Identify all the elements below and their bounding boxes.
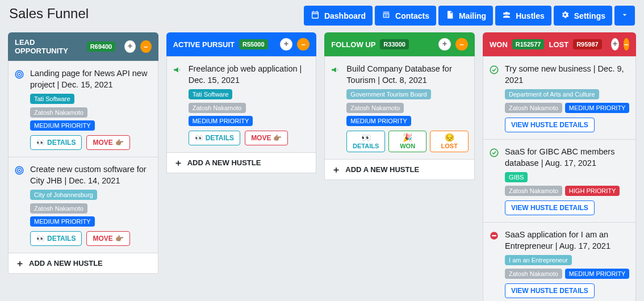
owner-tag: Zatosh Nakamoto <box>346 103 404 113</box>
owner-tag: Zatosh Nakamoto <box>30 203 87 214</box>
move-button[interactable]: MOVE👉🏽 <box>86 135 129 150</box>
card-title: Create new custom software for City JHB … <box>30 164 152 186</box>
priority-tag: MEDIUM PRIORITY <box>565 103 630 113</box>
details-label: DETAILS <box>47 139 76 147</box>
party-icon: 🎉 <box>403 133 412 141</box>
column-lost-title: LOST <box>549 40 568 49</box>
nav-contacts-label: Contacts <box>395 11 429 20</box>
priority-tag: MEDIUM PRIORITY <box>346 116 411 126</box>
card-title: Freelance job web application | Dec. 15,… <box>189 64 311 86</box>
check-circle-icon <box>489 148 499 215</box>
move-label: MOVE <box>93 235 112 243</box>
column-lead-amount: R69400 <box>87 41 116 52</box>
view-details-button[interactable]: VIEW HUSTLE DETAILS <box>505 283 595 298</box>
column-follow-drag-handle[interactable] <box>438 38 451 51</box>
move-label: MOVE <box>251 134 271 142</box>
column-follow-header: FOLLOW UP R33000 − <box>324 32 475 56</box>
add-hustle-label: ADD A NEW HUSTLE <box>187 158 261 167</box>
bullhorn-icon <box>173 65 183 145</box>
column-lead-drag-handle[interactable] <box>124 40 136 53</box>
column-follow: FOLLOW UP R33000 − Build Company Databas… <box>324 32 475 301</box>
column-won-collapse[interactable]: − <box>624 38 629 51</box>
eyes-icon: 👀 <box>36 139 45 147</box>
move-button[interactable]: MOVE👉🏽 <box>86 231 129 246</box>
move-button[interactable]: MOVE👉🏽 <box>245 131 288 145</box>
view-details-label: VIEW HUSTLE DETAILS <box>511 121 588 129</box>
calendar-icon <box>311 10 320 21</box>
column-follow-title: FOLLOW UP <box>331 40 375 49</box>
target-icon <box>14 165 24 246</box>
card-title: Landing page for News API new project | … <box>30 68 152 90</box>
nav-mailing-label: Mailing <box>459 11 486 20</box>
lost-card: SaaS application for I am an Entrepreneu… <box>483 223 636 301</box>
point-right-icon: 👉🏽 <box>115 235 124 243</box>
add-hustle-label: ADD A NEW HUSTLE <box>345 165 419 174</box>
nav-settings-label: Settings <box>574 11 605 20</box>
column-won-lost: WON R152577 LOST R95987 − Try some new b… <box>483 32 636 301</box>
nav-contacts[interactable]: Contacts <box>375 6 436 26</box>
main-nav: Dashboard Contacts Mailing Hustles Setti… <box>304 6 635 26</box>
nav-hustles-label: Hustles <box>516 11 545 20</box>
stop-circle-icon <box>489 231 499 298</box>
check-circle-icon <box>489 65 499 132</box>
nav-mailing[interactable]: Mailing <box>438 6 493 26</box>
nav-settings[interactable]: Settings <box>554 6 612 26</box>
won-button[interactable]: 🎉WON <box>388 131 427 152</box>
column-lead-title: LEAD OPPORTUNITY <box>15 38 82 55</box>
column-follow-collapse[interactable]: − <box>455 38 468 51</box>
plus-icon: ＋ <box>174 160 183 166</box>
nav-dashboard-label: Dashboard <box>324 11 366 20</box>
point-right-icon: 👉🏽 <box>115 139 124 147</box>
eyes-icon: 👀 <box>361 133 371 141</box>
client-tag: Tati Software <box>189 89 233 99</box>
details-label: DETAILS <box>47 235 76 243</box>
move-label: MOVE <box>93 139 112 147</box>
caret-down-icon <box>620 10 629 21</box>
follow-card: Build Company Database for Tourism | Oct… <box>324 56 475 160</box>
client-tag: Department of Arts and Culture <box>505 89 599 99</box>
column-active: ACTIVE PURSUIT R55000 − Freelance job we… <box>166 32 317 301</box>
column-active-drag-handle[interactable] <box>280 38 292 51</box>
active-card: Freelance job web application | Dec. 15,… <box>166 56 317 153</box>
owner-tag: Zatosh Nakamoto <box>30 107 87 118</box>
details-button[interactable]: 👀DETAILS <box>189 131 240 145</box>
column-lead-collapse[interactable]: − <box>140 40 152 53</box>
column-lost-amount: R95987 <box>573 39 602 49</box>
add-hustle-active[interactable]: ＋ ADD A NEW HUSTLE <box>166 153 317 173</box>
nav-dashboard[interactable]: Dashboard <box>304 6 373 26</box>
add-hustle-lead[interactable]: ＋ ADD A NEW HUSTLE <box>8 253 158 274</box>
eyes-icon: 👀 <box>195 134 203 142</box>
add-hustle-label: ADD A NEW HUSTLE <box>29 259 103 267</box>
details-label: DETAILS <box>206 134 234 142</box>
view-details-button[interactable]: VIEW HUSTLE DETAILS <box>505 118 595 132</box>
owner-tag: Zatosh Nakamoto <box>505 186 562 196</box>
details-button[interactable]: 👀DETAILS <box>30 135 82 150</box>
details-button[interactable]: 👀DETAILS <box>346 131 385 152</box>
column-follow-amount: R33000 <box>380 39 409 49</box>
won-label: WON <box>400 143 415 149</box>
column-lead-header: LEAD OPPORTUNITY R69400 − <box>8 32 158 61</box>
column-active-header: ACTIVE PURSUIT R55000 − <box>166 32 317 56</box>
view-details-button[interactable]: VIEW HUSTLE DETAILS <box>505 200 595 215</box>
card-title: Build Company Database for Tourism | Oct… <box>346 64 469 86</box>
svg-point-7 <box>490 149 498 157</box>
column-won-drag-handle[interactable] <box>611 38 619 51</box>
contacts-icon <box>382 10 391 21</box>
won-card: SaaS for GIBC ABC members database | Aug… <box>483 140 636 223</box>
details-button[interactable]: 👀DETAILS <box>30 231 82 246</box>
add-hustle-follow[interactable]: ＋ ADD A NEW HUSTLE <box>324 160 475 180</box>
column-lead: LEAD OPPORTUNITY R69400 − Landing page f… <box>8 32 158 301</box>
target-icon <box>14 69 24 150</box>
kanban-board: LEAD OPPORTUNITY R69400 − Landing page f… <box>0 29 644 301</box>
client-tag: Government Tourism Board <box>346 89 430 99</box>
column-active-collapse[interactable]: − <box>297 38 310 51</box>
svg-rect-9 <box>492 235 496 236</box>
column-won-amount: R152577 <box>512 39 545 49</box>
page-title: Sales Funnel <box>9 6 89 22</box>
column-active-title: ACTIVE PURSUIT <box>173 40 235 49</box>
column-active-amount: R55000 <box>239 39 268 49</box>
nav-hustles[interactable]: Hustles <box>495 6 551 26</box>
lost-button[interactable]: 😔LOST <box>430 131 469 152</box>
nav-dropdown[interactable] <box>614 6 635 26</box>
details-label: DETAILS <box>353 143 379 149</box>
